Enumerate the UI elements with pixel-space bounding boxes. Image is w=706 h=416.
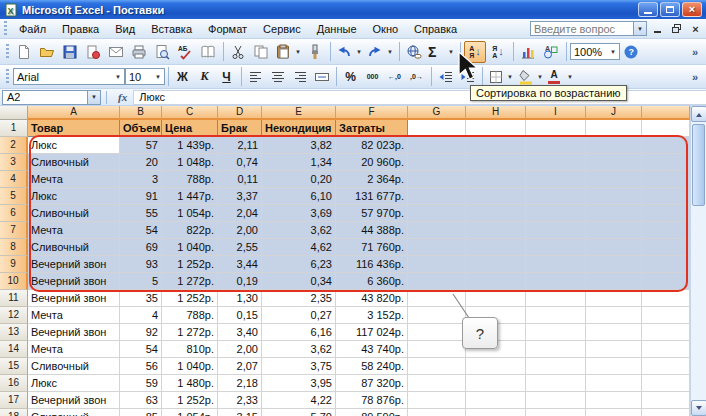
cell-H8[interactable] — [466, 239, 526, 256]
menu-item-7[interactable]: Данные — [309, 20, 365, 38]
row-header-7[interactable]: 7 — [0, 222, 28, 239]
cell-G13[interactable] — [408, 324, 466, 341]
cell-G3[interactable] — [408, 154, 466, 171]
cell-A7[interactable]: Мечта — [28, 222, 120, 239]
cell-A2[interactable]: Люкс — [28, 137, 120, 154]
cell-B11[interactable]: 35 — [120, 290, 162, 307]
row-header-2[interactable]: 2 — [0, 137, 28, 154]
cell-E3[interactable]: 1,34 — [262, 154, 336, 171]
align-left-button[interactable] — [245, 67, 266, 87]
open-button[interactable] — [36, 41, 58, 63]
toolbar-options-button[interactable]: » — [686, 46, 704, 58]
insert-function-button[interactable]: fx — [112, 91, 133, 103]
cell-E8[interactable]: 4,62 — [262, 239, 336, 256]
menu-item-5[interactable]: Формат — [200, 20, 255, 38]
cell-x3[interactable] — [642, 154, 690, 171]
cell-x14[interactable] — [642, 341, 690, 358]
cell-x15[interactable] — [642, 358, 690, 375]
cell-I9[interactable] — [526, 256, 586, 273]
cell-I3[interactable] — [526, 154, 586, 171]
row-header-15[interactable]: 15 — [0, 358, 28, 375]
cell-B8[interactable]: 69 — [120, 239, 162, 256]
cell-F18[interactable]: 89 590р. — [336, 409, 408, 416]
cell-F17[interactable]: 78 876р. — [336, 392, 408, 409]
column-header-G[interactable]: G — [408, 106, 466, 120]
email-button[interactable] — [105, 41, 127, 63]
autosum-button[interactable]: Σ▼ — [426, 41, 456, 63]
cell-C16[interactable]: 1 480р. — [162, 375, 218, 392]
cell-J12[interactable] — [586, 307, 642, 324]
cell-x18[interactable] — [642, 409, 690, 416]
vertical-scrollbar[interactable] — [690, 106, 706, 416]
cell-D18[interactable]: 3,15 — [218, 409, 262, 416]
cell-C5[interactable]: 1 447р. — [162, 188, 218, 205]
cell-H17[interactable] — [466, 392, 526, 409]
align-center-button[interactable] — [267, 67, 288, 87]
scroll-up-button[interactable] — [691, 106, 706, 122]
cell-J10[interactable] — [586, 273, 642, 290]
cell-E10[interactable]: 0,34 — [262, 273, 336, 290]
cell-J6[interactable] — [586, 205, 642, 222]
scroll-down-button[interactable] — [691, 400, 706, 416]
cell-C17[interactable]: 1 252р. — [162, 392, 218, 409]
cell-C18[interactable]: 1 054р. — [162, 409, 218, 416]
increase-decimal-button[interactable]: ←,0 — [384, 67, 405, 87]
column-header-F[interactable]: F — [336, 106, 408, 120]
cell-H6[interactable] — [466, 205, 526, 222]
cell-D4[interactable]: 0,11 — [218, 171, 262, 188]
cell-A11[interactable]: Вечерний звон — [28, 290, 120, 307]
cell-B3[interactable]: 20 — [120, 154, 162, 171]
cell-A9[interactable]: Вечерний звон — [28, 256, 120, 273]
menu-item-6[interactable]: Сервис — [255, 20, 309, 38]
cell-I14[interactable] — [526, 341, 586, 358]
cell-I11[interactable] — [526, 290, 586, 307]
cell-F10[interactable]: 6 360р. — [336, 273, 408, 290]
cut-button[interactable] — [227, 41, 249, 63]
menu-item-3[interactable]: Вид — [107, 20, 143, 38]
cell-x12[interactable] — [642, 307, 690, 324]
menu-item-8[interactable]: Окно — [365, 20, 407, 38]
underline-button[interactable]: Ч — [216, 67, 237, 87]
font-name-combobox[interactable]: Arial▼ — [13, 68, 125, 85]
cell-E6[interactable]: 3,69 — [262, 205, 336, 222]
chart-wizard-button[interactable] — [517, 41, 539, 63]
cell-D17[interactable]: 2,33 — [218, 392, 262, 409]
cell-x16[interactable] — [642, 375, 690, 392]
cell-x10[interactable] — [642, 273, 690, 290]
research-button[interactable] — [197, 41, 219, 63]
cell-D16[interactable]: 2,18 — [218, 375, 262, 392]
menu-item-2[interactable]: Правка — [54, 20, 107, 38]
cell-J18[interactable] — [586, 409, 642, 416]
cell-C2[interactable]: 1 439р. — [162, 137, 218, 154]
cell-C14[interactable]: 810р. — [162, 341, 218, 358]
column-header-B[interactable]: B — [120, 106, 162, 120]
cell-A3[interactable]: Сливочный — [28, 154, 120, 171]
cell-A6[interactable]: Сливочный — [28, 205, 120, 222]
redo-button[interactable]: ▼ — [365, 41, 395, 63]
cell-G15[interactable] — [408, 358, 466, 375]
cell-B7[interactable]: 54 — [120, 222, 162, 239]
sort-ascending-button[interactable]: АЯ ↓ — [464, 41, 486, 63]
cell-F13[interactable]: 117 024р. — [336, 324, 408, 341]
cell-A8[interactable]: Сливочный — [28, 239, 120, 256]
row-header-5[interactable]: 5 — [0, 188, 28, 205]
italic-button[interactable]: К — [194, 67, 215, 87]
cell-I16[interactable] — [526, 375, 586, 392]
cell-C4[interactable]: 788р. — [162, 171, 218, 188]
cell-A14[interactable]: Мечта — [28, 341, 120, 358]
toolbar-grip[interactable] — [6, 69, 9, 85]
cell-J7[interactable] — [586, 222, 642, 239]
cell-H4[interactable] — [466, 171, 526, 188]
cell-E11[interactable]: 2,35 — [262, 290, 336, 307]
cell-C11[interactable]: 1 252р. — [162, 290, 218, 307]
cell-E18[interactable]: 5,70 — [262, 409, 336, 416]
cell-B6[interactable]: 55 — [120, 205, 162, 222]
decrease-indent-button[interactable] — [435, 67, 456, 87]
cell-x6[interactable] — [642, 205, 690, 222]
cell-F15[interactable]: 58 240р. — [336, 358, 408, 375]
row-header-17[interactable]: 17 — [0, 392, 28, 409]
cell-E7[interactable]: 3,62 — [262, 222, 336, 239]
cell-G4[interactable] — [408, 171, 466, 188]
cell-E13[interactable]: 6,16 — [262, 324, 336, 341]
cell-J4[interactable] — [586, 171, 642, 188]
